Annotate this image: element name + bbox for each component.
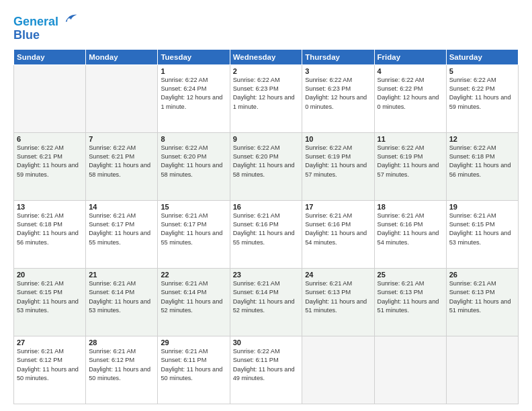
day-info: Sunrise: 6:22 AMSunset: 6:23 PMDaylight:… (233, 76, 300, 111)
day-info: Sunrise: 6:22 AMSunset: 6:20 PMDaylight:… (233, 144, 300, 179)
daylight-text: Daylight: 12 hours and 0 minutes. (378, 94, 439, 109)
day-info: Sunrise: 6:22 AMSunset: 6:22 PMDaylight:… (449, 76, 515, 111)
day-number: 12 (449, 135, 515, 143)
day-number: 26 (449, 271, 515, 279)
sunset-text: Sunset: 6:17 PM (161, 221, 206, 228)
calendar-day-cell: 10Sunrise: 6:22 AMSunset: 6:19 PMDayligh… (302, 132, 374, 200)
sunset-text: Sunset: 6:21 PM (89, 153, 134, 160)
day-number: 5 (449, 67, 515, 75)
day-number: 18 (378, 203, 443, 211)
daylight-text: Daylight: 11 hours and 51 minutes. (378, 298, 439, 314)
calendar-day-cell: 5Sunrise: 6:22 AMSunset: 6:22 PMDaylight… (446, 64, 518, 132)
day-info: Sunrise: 6:21 AMSunset: 6:12 PMDaylight:… (89, 347, 154, 383)
daylight-text: Daylight: 12 hours and 1 minute. (161, 94, 222, 109)
daylight-text: Daylight: 11 hours and 56 minutes. (17, 230, 79, 245)
day-number: 24 (305, 271, 371, 279)
logo-bird-icon (63, 11, 78, 26)
calendar-day-cell: 14Sunrise: 6:21 AMSunset: 6:17 PMDayligh… (86, 200, 158, 268)
sunrise-text: Sunrise: 6:21 AM (89, 212, 136, 219)
sunset-text: Sunset: 6:18 PM (449, 153, 495, 160)
sunset-text: Sunset: 6:15 PM (17, 289, 62, 295)
daylight-text: Daylight: 11 hours and 58 minutes. (161, 162, 222, 177)
sunrise-text: Sunrise: 6:21 AM (89, 348, 136, 355)
day-info: Sunrise: 6:21 AMSunset: 6:17 PMDaylight:… (89, 212, 154, 247)
day-number: 9 (233, 135, 300, 143)
daylight-text: Daylight: 11 hours and 51 minutes. (305, 298, 367, 314)
day-info: Sunrise: 6:22 AMSunset: 6:21 PMDaylight:… (17, 144, 83, 179)
calendar-day-cell: 3Sunrise: 6:22 AMSunset: 6:23 PMDaylight… (302, 64, 374, 132)
daylight-text: Daylight: 11 hours and 53 minutes. (89, 298, 150, 314)
day-info: Sunrise: 6:22 AMSunset: 6:22 PMDaylight:… (378, 76, 443, 111)
daylight-text: Daylight: 11 hours and 54 minutes. (305, 230, 367, 245)
daylight-text: Daylight: 11 hours and 54 minutes. (378, 230, 439, 245)
day-number: 22 (161, 271, 226, 279)
sunrise-text: Sunrise: 6:22 AM (449, 144, 496, 151)
day-number: 27 (17, 338, 83, 347)
daylight-text: Daylight: 11 hours and 53 minutes. (17, 298, 79, 314)
weekday-header-saturday: Saturday (446, 49, 518, 64)
sunrise-text: Sunrise: 6:22 AM (233, 144, 280, 151)
sunset-text: Sunset: 6:22 PM (378, 85, 423, 92)
header: General Blue (13, 11, 519, 42)
day-info: Sunrise: 6:21 AMSunset: 6:13 PMDaylight:… (378, 279, 443, 315)
daylight-text: Daylight: 11 hours and 50 minutes. (17, 366, 79, 381)
day-number: 6 (17, 135, 83, 143)
daylight-text: Daylight: 11 hours and 57 minutes. (378, 162, 439, 177)
calendar-day-cell: 26Sunrise: 6:21 AMSunset: 6:13 PMDayligh… (446, 268, 518, 336)
day-info: Sunrise: 6:22 AMSunset: 6:23 PMDaylight:… (305, 76, 371, 111)
sunrise-text: Sunrise: 6:22 AM (449, 77, 496, 83)
day-info: Sunrise: 6:21 AMSunset: 6:14 PMDaylight:… (161, 279, 226, 315)
daylight-text: Daylight: 11 hours and 55 minutes. (89, 230, 150, 245)
sunrise-text: Sunrise: 6:21 AM (233, 212, 280, 219)
day-info: Sunrise: 6:21 AMSunset: 6:11 PMDaylight:… (161, 347, 226, 383)
daylight-text: Daylight: 11 hours and 57 minutes. (305, 162, 367, 177)
sunset-text: Sunset: 6:16 PM (305, 221, 351, 228)
sunrise-text: Sunrise: 6:22 AM (89, 144, 136, 151)
day-info: Sunrise: 6:21 AMSunset: 6:15 PMDaylight:… (17, 279, 83, 315)
sunset-text: Sunset: 6:21 PM (17, 153, 62, 160)
sunrise-text: Sunrise: 6:22 AM (378, 77, 425, 83)
sunset-text: Sunset: 6:17 PM (89, 221, 134, 228)
calendar-day-cell: 1Sunrise: 6:22 AMSunset: 6:24 PMDaylight… (158, 64, 230, 132)
day-info: Sunrise: 6:22 AMSunset: 6:21 PMDaylight:… (89, 144, 154, 179)
sunset-text: Sunset: 6:23 PM (305, 85, 351, 92)
calendar-day-cell: 6Sunrise: 6:22 AMSunset: 6:21 PMDaylight… (14, 132, 86, 200)
sunrise-text: Sunrise: 6:21 AM (17, 348, 64, 355)
calendar-day-cell: 23Sunrise: 6:21 AMSunset: 6:14 PMDayligh… (230, 268, 302, 336)
sunrise-text: Sunrise: 6:21 AM (17, 280, 64, 287)
day-number: 14 (89, 203, 154, 211)
day-info: Sunrise: 6:21 AMSunset: 6:16 PMDaylight:… (378, 212, 443, 247)
calendar-day-cell: 19Sunrise: 6:21 AMSunset: 6:15 PMDayligh… (446, 200, 518, 268)
day-number: 21 (89, 271, 154, 279)
sunrise-text: Sunrise: 6:21 AM (161, 348, 208, 355)
daylight-text: Daylight: 11 hours and 50 minutes. (89, 366, 150, 381)
daylight-text: Daylight: 11 hours and 50 minutes. (161, 366, 222, 381)
calendar-day-cell: 2Sunrise: 6:22 AMSunset: 6:23 PMDaylight… (230, 64, 302, 132)
sunrise-text: Sunrise: 6:21 AM (449, 280, 496, 287)
day-info: Sunrise: 6:22 AMSunset: 6:19 PMDaylight:… (378, 144, 443, 179)
sunrise-text: Sunrise: 6:21 AM (378, 212, 425, 219)
sunrise-text: Sunrise: 6:22 AM (161, 144, 208, 151)
calendar-day-cell (86, 64, 158, 132)
daylight-text: Daylight: 11 hours and 49 minutes. (233, 366, 295, 381)
calendar-week-row: 6Sunrise: 6:22 AMSunset: 6:21 PMDaylight… (14, 132, 519, 200)
calendar-day-cell: 18Sunrise: 6:21 AMSunset: 6:16 PMDayligh… (374, 200, 446, 268)
sunset-text: Sunset: 6:20 PM (161, 153, 206, 160)
calendar-day-cell (446, 336, 518, 404)
daylight-text: Daylight: 11 hours and 55 minutes. (233, 230, 295, 245)
calendar-day-cell (374, 336, 446, 404)
logo-general: General (13, 15, 58, 28)
day-info: Sunrise: 6:22 AMSunset: 6:18 PMDaylight:… (449, 144, 515, 179)
day-info: Sunrise: 6:21 AMSunset: 6:12 PMDaylight:… (17, 347, 83, 383)
calendar-day-cell: 12Sunrise: 6:22 AMSunset: 6:18 PMDayligh… (446, 132, 518, 200)
calendar-day-cell: 7Sunrise: 6:22 AMSunset: 6:21 PMDaylight… (86, 132, 158, 200)
weekday-header-friday: Friday (374, 49, 446, 64)
day-info: Sunrise: 6:21 AMSunset: 6:14 PMDaylight:… (89, 279, 154, 315)
daylight-text: Daylight: 11 hours and 53 minutes. (449, 230, 511, 245)
weekday-header-tuesday: Tuesday (158, 49, 230, 64)
daylight-text: Daylight: 11 hours and 59 minutes. (17, 162, 79, 177)
day-info: Sunrise: 6:22 AMSunset: 6:20 PMDaylight:… (161, 144, 226, 179)
weekday-header-sunday: Sunday (14, 49, 86, 64)
calendar-day-cell: 27Sunrise: 6:21 AMSunset: 6:12 PMDayligh… (14, 336, 86, 404)
daylight-text: Daylight: 11 hours and 58 minutes. (233, 162, 295, 177)
